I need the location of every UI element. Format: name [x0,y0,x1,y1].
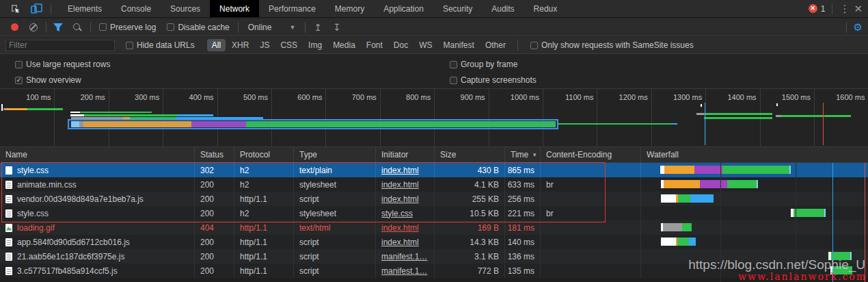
overview-selected-request-bar[interactable] [68,119,558,129]
hide-data-urls-checkbox[interactable]: Hide data URLs [126,40,195,50]
overview-bar [70,112,80,113]
column-header-waterfall[interactable]: Waterfall [640,147,868,162]
column-header-protocol[interactable]: Protocol [234,147,293,162]
throttling-select[interactable]: Online ▼ [248,23,296,32]
request-name[interactable]: style.css [17,166,49,175]
checkbox[interactable] [450,77,457,84]
cell-waterfall [640,177,868,192]
tab-redux[interactable]: Redux [524,0,567,17]
overview-bar [776,115,781,117]
column-label: Type [299,150,317,159]
close-icon[interactable]: ✕ [854,3,863,15]
kebab-menu-icon[interactable]: ⋮ [839,3,850,15]
checkbox[interactable] [15,61,23,68]
cell-initiator: index.html [375,192,434,206]
clear-icon[interactable] [29,23,38,31]
checkbox[interactable] [450,61,457,68]
search-icon[interactable] [72,23,82,32]
column-header-size[interactable]: Size [434,147,504,162]
settings-gear-icon[interactable]: ⚙ [854,21,863,34]
request-name[interactable]: 21.aab56e1c187dc6f3975e.js [17,252,124,261]
waterfall-gridline [796,163,796,282]
filter-type-media[interactable]: Media [328,39,360,51]
tab-elements[interactable]: Elements [58,0,111,17]
checkbox[interactable]: ✓ [15,77,23,84]
samesite-checkbox[interactable]: Only show requests with SameSite issues [530,40,694,50]
tab-console[interactable]: Console [111,0,161,17]
capture-screenshots-checkbox[interactable]: Capture screenshots [450,75,537,85]
group-by-frame-label: Group by frame [461,60,517,69]
filter-type-doc[interactable]: Doc [389,39,413,51]
table-row[interactable]: style.css302h2text/plainindex.html430 B8… [0,163,868,177]
request-name[interactable]: app.584f0d90d5d6712cb016.js [17,238,130,247]
filter-type-all[interactable]: All [207,39,226,51]
tab-performance[interactable]: Performance [259,0,325,17]
overview-tick-label: 400 ms [189,93,217,101]
table-row[interactable]: loading.gif404http/1.1text/htmlindex.htm… [0,220,868,235]
tab-sources[interactable]: Sources [161,0,210,17]
initiator-link[interactable]: index.html [381,180,419,190]
disable-cache-checkbox[interactable]: Disable cache [167,23,229,32]
request-name[interactable]: loading.gif [17,223,55,233]
column-header-name[interactable]: Name [0,147,194,162]
filter-type-font[interactable]: Font [362,39,388,51]
table-row[interactable]: animate.min.css200h2stylesheetindex.html… [0,177,868,192]
preserve-log-checkbox[interactable]: Preserve log [99,23,156,32]
column-header-initiator[interactable]: Initiator [375,147,434,162]
error-badge[interactable]: ✕ 1 [809,4,826,14]
request-name[interactable]: animate.min.css [17,180,77,190]
group-by-frame-checkbox[interactable]: Group by frame [450,60,517,69]
initiator-link[interactable]: index.html [381,194,419,204]
column-header-time[interactable]: Time▼ [504,147,540,162]
filter-type-js[interactable]: JS [255,39,274,51]
filter-type-xhr[interactable]: XHR [227,39,254,51]
use-large-rows-checkbox[interactable]: Use large request rows [15,60,110,69]
table-row[interactable]: 21.aab56e1c187dc6f3975e.js200http/1.1scr… [0,249,868,264]
filter-type-manifest[interactable]: Manifest [439,39,479,51]
initiator-link[interactable]: manifest.1… [381,252,427,261]
table-row[interactable]: vendor.00d3498d849a7e1beb7a.js200http/1.… [0,192,868,206]
tab-application[interactable]: Application [374,0,433,17]
cell-time: 181 ms [504,220,540,235]
overview-tick-label: 500 ms [243,93,271,101]
cell-content-encoding [540,163,640,177]
initiator-link[interactable]: index.html [381,166,419,175]
tab-audits[interactable]: Audits [482,0,524,17]
initiator-link[interactable]: style.css [381,209,413,218]
table-row[interactable]: 3.c577517fb485a914ccf5.js200http/1.1scri… [0,264,868,278]
table-row[interactable]: style.css200h2stylesheetstyle.css10.5 KB… [0,206,868,220]
checkbox[interactable] [126,42,133,49]
request-name[interactable]: 3.c577517fb485a914ccf5.js [17,266,118,276]
checkbox[interactable] [167,23,174,31]
device-toolbar-icon[interactable] [27,1,45,16]
inspect-element-icon[interactable] [7,1,25,16]
filter-input[interactable] [5,40,115,51]
network-overview-timeline[interactable]: 100 ms200 ms300 ms400 ms500 ms600 ms700 … [0,89,868,147]
column-header-type[interactable]: Type [293,147,375,162]
filter-type-img[interactable]: Img [303,39,327,51]
filter-type-css[interactable]: CSS [275,39,302,51]
export-har-icon[interactable]: ↧ [333,22,341,33]
show-overview-checkbox[interactable]: ✓ Show overview [15,75,81,85]
tab-security[interactable]: Security [433,0,482,17]
request-name[interactable]: style.css [17,209,49,218]
overview-bar [696,113,704,115]
requests-table-header: NameStatusProtocolTypeInitiatorSizeTime▼… [0,147,868,163]
initiator-link[interactable]: index.html [381,223,419,233]
filter-type-ws[interactable]: WS [414,39,437,51]
filter-icon[interactable] [49,20,67,35]
column-header-status[interactable]: Status [194,147,234,162]
request-name[interactable]: vendor.00d3498d849a7e1beb7a.js [17,194,144,204]
record-button[interactable] [11,23,18,31]
initiator-link[interactable]: manifest.1… [381,266,427,276]
tab-memory[interactable]: Memory [325,0,374,17]
initiator-link[interactable]: index.html [381,238,419,247]
table-row[interactable]: app.584f0d90d5d6712cb016.js200http/1.1sc… [0,235,868,249]
import-har-icon[interactable]: ↥ [314,22,322,33]
checkbox[interactable] [530,42,538,49]
cell-protocol: h2 [234,163,293,177]
column-header-content-encoding[interactable]: Content-Encoding [540,147,640,162]
checkbox[interactable] [99,23,107,31]
filter-type-other[interactable]: Other [480,39,511,51]
tab-network[interactable]: Network [210,0,259,17]
